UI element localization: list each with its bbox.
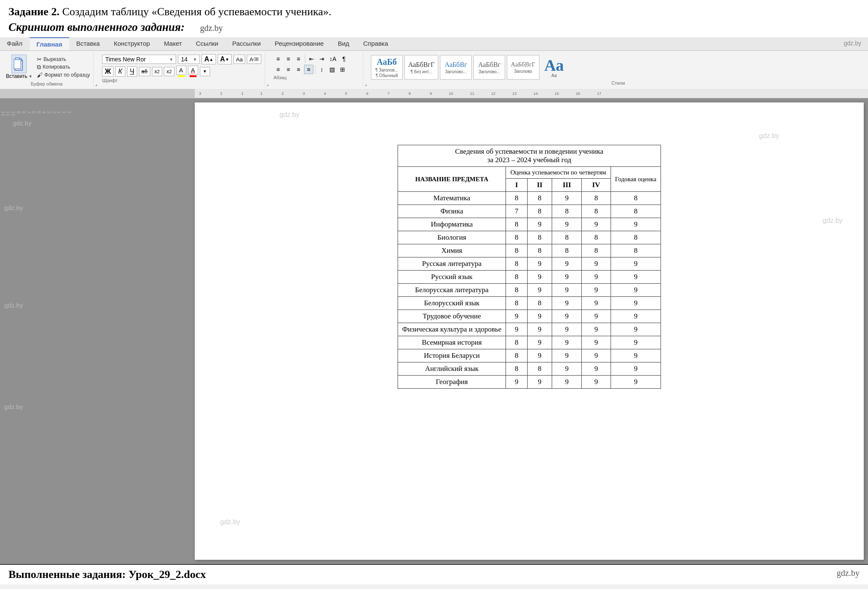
- tab-design[interactable]: Конструктор: [107, 37, 158, 50]
- annual-cell: 9: [611, 336, 661, 349]
- font-expand[interactable]: ⌟: [265, 53, 270, 87]
- q2-cell: 9: [527, 271, 552, 284]
- strikethrough-button[interactable]: аб: [139, 67, 150, 76]
- q3-cell: 9: [552, 257, 582, 271]
- align-right-button[interactable]: ≡: [294, 65, 303, 74]
- format-painter-button[interactable]: 🖌 Формат по образцу: [37, 72, 90, 78]
- expand-icon: ⌟: [95, 82, 97, 86]
- bottom-gdz: gdz.by: [837, 568, 860, 581]
- line-spacing-button[interactable]: ↕: [317, 65, 326, 74]
- bullet-list-button[interactable]: ≡: [274, 54, 283, 64]
- multilevel-list-button[interactable]: ≡: [294, 54, 303, 64]
- increase-font-button[interactable]: A▲: [202, 54, 216, 64]
- cut-button[interactable]: ✂ Вырезать: [37, 56, 90, 63]
- q1-cell: 8: [506, 336, 527, 349]
- clear-formatting-button[interactable]: A⌫: [247, 55, 261, 64]
- tab-help[interactable]: Справка: [357, 37, 395, 50]
- show-formatting-button[interactable]: ¶: [339, 54, 348, 64]
- tab-layout[interactable]: Макет: [157, 37, 189, 50]
- tab-home[interactable]: Главная: [30, 37, 69, 50]
- increase-indent-button[interactable]: ⇥: [317, 54, 326, 64]
- shading-group: ▧: [327, 65, 337, 74]
- quarters-header-text: Оценка успеваемости по четвертям: [510, 169, 606, 176]
- style-heading1[interactable]: АаБб ¶ Заголов... ¶ Обычный: [371, 55, 403, 80]
- style-heading2[interactable]: АаБбВг Заголово...: [440, 55, 472, 80]
- q1-cell: 8: [506, 349, 527, 362]
- big-aa-style[interactable]: Аа Аа: [541, 55, 567, 80]
- q4-cell: 9: [582, 336, 611, 349]
- font-color-button[interactable]: A: [188, 66, 198, 75]
- q3-cell: 9: [552, 271, 582, 284]
- style-normal[interactable]: АаБбВгГ ¶ Без инт...: [404, 55, 438, 80]
- border-button[interactable]: ⊞: [338, 65, 347, 74]
- font-color-chevron[interactable]: ▼: [200, 67, 210, 76]
- svg-text:6: 6: [366, 91, 368, 96]
- q4-cell: 9: [582, 257, 611, 271]
- copy-button[interactable]: ⧉ Копировать: [37, 64, 90, 71]
- sort-button[interactable]: ↕A: [327, 54, 338, 64]
- marker-1b: 1: [57, 111, 62, 116]
- q1-cell: 9: [506, 310, 527, 323]
- tab-references[interactable]: Ссылки: [189, 37, 226, 50]
- style-heading1-label2: ¶ Обычный: [376, 73, 398, 78]
- task-title: Задание 2. Создадим таблицу «Сведения об…: [8, 4, 860, 19]
- q1-cell: 8: [506, 257, 527, 271]
- decrease-font-button[interactable]: A▼: [218, 54, 232, 64]
- style-heading3[interactable]: АаБбВг Заголово...: [473, 55, 505, 80]
- svg-text:1: 1: [241, 91, 243, 96]
- style-heading4[interactable]: АаБбВгГ Заголово: [507, 55, 539, 80]
- marker-3: 3: [47, 111, 52, 116]
- table-row: История Беларуси 8 9 9 9 9: [398, 349, 661, 362]
- paste-button[interactable]: Вставить ▼: [3, 54, 35, 80]
- marker-2: 2: [67, 111, 72, 116]
- font-size-selector[interactable]: 14 ▼: [178, 55, 200, 64]
- q3-cell: 9: [552, 297, 582, 310]
- subject-cell: Русский язык: [398, 271, 506, 284]
- style-heading4-label: Заголово: [514, 69, 532, 74]
- q4-cell: 8: [582, 231, 611, 244]
- tab-insert[interactable]: Вставка: [69, 37, 107, 50]
- table-row: Белорусская литература 8 9 9 9 9: [398, 284, 661, 297]
- tab-file[interactable]: Файл: [0, 37, 30, 50]
- marker-10: 10: [11, 111, 16, 116]
- text-highlight-group: A: [176, 66, 186, 77]
- subject-header: НАЗВАНИЕ ПРЕДМЕТА: [398, 167, 506, 192]
- tab-review[interactable]: Рецензирование: [268, 37, 331, 50]
- table-row: Математика 8 8 9 8 8: [398, 192, 661, 205]
- font-name-selector[interactable]: Times New Ror ▼: [102, 55, 176, 64]
- shading-button[interactable]: ▧: [327, 65, 337, 74]
- table-row: Физика 7 8 8 8 8: [398, 205, 661, 218]
- subject-cell: Русская литература: [398, 257, 506, 271]
- marker-2b: 2: [52, 111, 57, 116]
- justify-button[interactable]: ≡: [304, 65, 313, 74]
- left-sidebar: gdz.by gdz.by gdz.by gdz.by 2 1 1 2 3 4 …: [0, 98, 195, 564]
- q2-cell: 9: [527, 284, 552, 297]
- tab-view[interactable]: Вид: [331, 37, 357, 50]
- text-highlight-button[interactable]: A: [176, 66, 186, 75]
- bold-button[interactable]: Ж: [102, 66, 113, 77]
- q2-cell: 9: [527, 336, 552, 349]
- para-expand[interactable]: ⌟: [363, 53, 368, 87]
- q3-cell: 9: [552, 310, 582, 323]
- align-center-button[interactable]: ≡: [284, 65, 293, 74]
- table-row: Трудовое обучение 9 9 9 9 9: [398, 310, 661, 323]
- align-left-button[interactable]: ≡: [274, 65, 283, 74]
- superscript-button[interactable]: x2: [164, 67, 174, 76]
- subscript-button[interactable]: x2: [152, 67, 163, 76]
- table-row: Химия 8 8 8 8 8: [398, 244, 661, 257]
- clipboard-expand[interactable]: ⌟: [94, 53, 99, 87]
- numbered-list-button[interactable]: ≡: [284, 54, 293, 64]
- main-area: gdz.by gdz.by gdz.by gdz.by 2 1 1 2 3 4 …: [0, 98, 868, 564]
- tab-mailings[interactable]: Рассылки: [225, 37, 268, 50]
- underline-button[interactable]: Ч: [127, 66, 137, 77]
- svg-text:10: 10: [449, 91, 453, 96]
- q3-cell: 9: [552, 362, 582, 376]
- italic-button[interactable]: К: [115, 66, 125, 77]
- paste-chevron: ▼: [28, 74, 33, 79]
- change-case-button[interactable]: Aa: [233, 55, 245, 64]
- subject-cell: История Беларуси: [398, 349, 506, 362]
- q3-cell: 9: [552, 349, 582, 362]
- q4-cell: 9: [582, 297, 611, 310]
- ribbon-gdz-watermark: gdz.by: [837, 37, 868, 50]
- decrease-indent-button[interactable]: ⇤: [307, 54, 316, 64]
